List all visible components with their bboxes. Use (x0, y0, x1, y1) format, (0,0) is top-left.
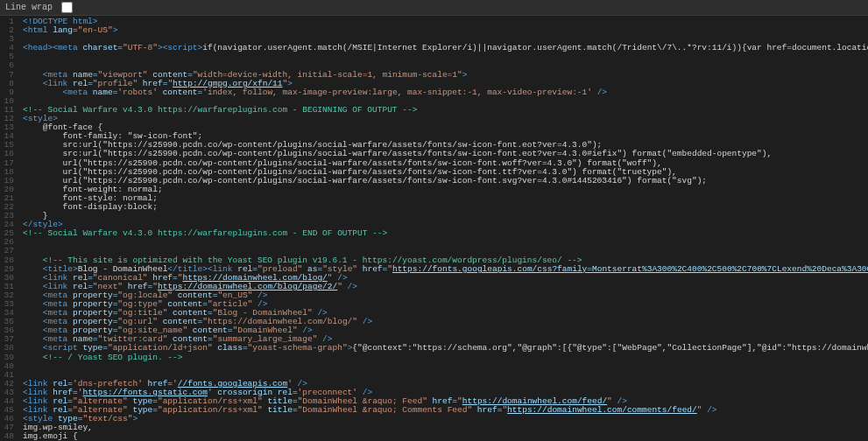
line-wrap-label: Line wrap (5, 3, 53, 12)
code-line[interactable]: <!-- Social Warfare v4.3.0 https://warfa… (23, 229, 868, 238)
code-line[interactable]: } (23, 212, 868, 220)
line-number: 16 (2, 150, 14, 158)
code-line[interactable] (23, 238, 868, 247)
code-line[interactable]: img.emoji { (23, 432, 868, 441)
code-line[interactable]: <style> (23, 115, 868, 123)
code-line[interactable]: <html lang="en-US"> (23, 26, 868, 35)
code-line[interactable]: <link rel="alternate" type="application/… (23, 406, 868, 415)
code-line[interactable]: <head><meta charset="UTF-8"><script>if(n… (23, 44, 868, 52)
code-line[interactable]: <meta name='robots' content='index, foll… (23, 88, 868, 97)
line-number: 48 (2, 432, 14, 441)
code-line[interactable]: img.wp-smiley, (23, 424, 868, 432)
line-wrap-toggle[interactable]: Line wrap (5, 3, 73, 12)
code-editor[interactable]: 1234567891011121314151617181920212223242… (0, 16, 868, 441)
line-number-gutter: 1234567891011121314151617181920212223242… (0, 16, 19, 441)
code-line[interactable]: <style type="text/css"> (23, 415, 868, 424)
code-content[interactable]: <!DOCTYPE html><html lang="en-US"> <head… (19, 16, 868, 441)
code-line[interactable] (23, 362, 868, 371)
code-line[interactable]: font-display:block; (23, 203, 868, 212)
code-line[interactable]: <!DOCTYPE html> (23, 18, 868, 26)
line-wrap-checkbox[interactable] (61, 2, 73, 13)
code-line[interactable]: <!-- Social Warfare v4.3.0 https://warfa… (23, 106, 868, 115)
code-line[interactable] (23, 52, 868, 61)
code-line[interactable]: <!-- / Yoast SEO plugin. --> (23, 354, 868, 362)
toolbar: Line wrap (0, 0, 868, 16)
